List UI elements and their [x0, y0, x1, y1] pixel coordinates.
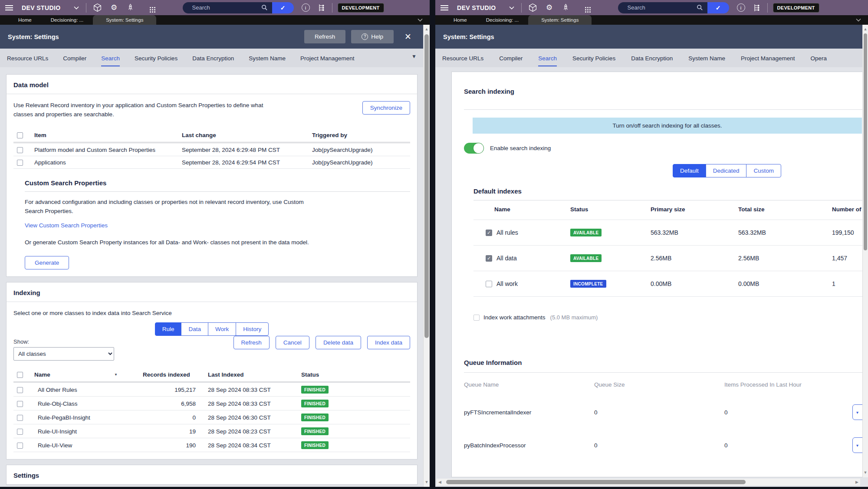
cancel-button[interactable]: Cancel — [276, 336, 309, 349]
nav-tab-resource-urls[interactable]: Resource URLs — [7, 49, 48, 66]
column-header: Records indexed — [143, 368, 208, 382]
row-checkbox[interactable] — [17, 160, 23, 166]
row-checkbox[interactable] — [17, 415, 23, 421]
filter-icon[interactable]: ▼ — [114, 373, 118, 377]
search-input[interactable] — [192, 4, 261, 11]
nav-overflow-caret-icon[interactable]: ▼ — [411, 53, 417, 59]
nav-tab-security-policies[interactable]: Security Policies — [572, 49, 615, 66]
data-model-card: Data model Use Relevant Record inventory… — [6, 74, 418, 277]
scroll-down-arrow[interactable]: ▼ — [424, 480, 430, 484]
scroll-left-arrow[interactable]: ◀ — [438, 480, 441, 484]
tab-overflow-chevron-icon[interactable] — [418, 18, 423, 22]
tab-home[interactable]: Home — [444, 15, 477, 25]
info-icon[interactable]: i — [302, 3, 310, 12]
scrollbar-thumb[interactable] — [424, 34, 429, 338]
refresh-button[interactable]: Refresh — [304, 30, 345, 43]
row-checkbox[interactable] — [17, 429, 23, 435]
rocket-launch-icon[interactable] — [561, 3, 571, 13]
segment-work[interactable]: Work — [208, 322, 236, 336]
table-row: All work INCOMPLETE 0.00MB 0.00MB 1 — [473, 271, 868, 297]
default-indexes-table: Name Status Primary size Total size Numb… — [473, 200, 868, 297]
nav-tab-operations-truncated[interactable]: Opera — [811, 49, 827, 66]
nav-tab-search[interactable]: Search — [538, 49, 557, 66]
studio-switcher-chevron-icon[interactable] — [74, 6, 79, 10]
app-grid-icon[interactable] — [145, 3, 156, 13]
section-title: Search indexing — [464, 88, 868, 95]
search-submit-button[interactable]: ✓ — [272, 2, 294, 13]
environment-badge: DEVELOPMENT — [773, 3, 819, 13]
nav-tab-security-policies[interactable]: Security Policies — [135, 49, 178, 66]
tab-overflow-chevron-icon[interactable] — [856, 18, 861, 22]
segment-custom[interactable]: Custom — [746, 164, 781, 177]
scrollbar-thumb[interactable] — [446, 480, 746, 484]
tab-decisioning[interactable]: Decisioning: ... — [41, 15, 93, 25]
global-search: ✓ — [183, 2, 294, 13]
refresh-index-button[interactable]: Refresh — [233, 336, 270, 349]
row-checkbox[interactable] — [486, 281, 492, 287]
synchronize-button[interactable]: Synchronize — [362, 101, 410, 115]
integration-branch-icon[interactable] — [318, 4, 325, 12]
nav-tab-search[interactable]: Search — [101, 49, 120, 66]
header-separator — [767, 3, 768, 13]
segment-data[interactable]: Data — [181, 322, 208, 336]
hamburger-menu-icon[interactable] — [5, 4, 13, 12]
show-classes-select[interactable]: All classes — [13, 347, 114, 361]
scroll-down-arrow[interactable]: ▼ — [863, 470, 868, 475]
search-submit-button[interactable]: ✓ — [707, 2, 729, 13]
nav-tab-project-management[interactable]: Project Management — [741, 49, 795, 66]
tab-decisioning[interactable]: Decisioning: ... — [477, 15, 528, 25]
status-badge: FINISHED — [301, 414, 329, 421]
search-input[interactable] — [628, 4, 697, 11]
view-custom-search-properties-link[interactable]: View Custom Search Properties — [25, 222, 108, 229]
column-header: Triggered by — [312, 128, 410, 143]
table-row: ✓All data AVAILABLE 2.56MB 2.56MB 1,457 — [473, 246, 868, 271]
app-grid-icon[interactable] — [581, 3, 591, 13]
delete-data-button[interactable]: Delete data — [316, 336, 361, 349]
segment-dedicated[interactable]: Dedicated — [706, 164, 747, 177]
hamburger-menu-icon[interactable] — [441, 4, 448, 12]
row-checkbox[interactable] — [17, 401, 23, 407]
scroll-up-arrow[interactable]: ▲ — [424, 27, 430, 31]
segment-rule[interactable]: Rule — [155, 322, 182, 336]
row-checkbox[interactable]: ✓ — [486, 255, 492, 262]
nav-tab-system-name[interactable]: System Name — [249, 49, 286, 66]
tab-home[interactable]: Home — [9, 15, 41, 25]
scroll-right-arrow[interactable]: ▶ — [855, 480, 858, 484]
nav-tab-compiler[interactable]: Compiler — [63, 49, 86, 66]
studio-switcher-chevron-icon[interactable] — [509, 6, 514, 10]
table-row: Rule-UI-Insight 19 28 Sep 2024 08:23 CST… — [13, 424, 410, 438]
gear-icon[interactable]: ⚙ — [544, 3, 555, 13]
nav-tab-system-name[interactable]: System Name — [688, 49, 725, 66]
subsection-title: Custom Search Properties — [25, 179, 410, 192]
tab-system-settings[interactable]: System: Settings — [528, 15, 592, 25]
tab-system-settings[interactable]: System: Settings — [93, 15, 156, 25]
select-all-checkbox[interactable] — [17, 132, 23, 138]
index-data-button[interactable]: Index data — [367, 336, 410, 349]
row-checkbox[interactable] — [17, 147, 23, 153]
scrollbar-thumb[interactable] — [864, 33, 867, 250]
enable-search-indexing-toggle[interactable] — [464, 143, 484, 154]
row-checkbox[interactable] — [17, 443, 23, 449]
rocket-launch-icon[interactable] — [125, 3, 136, 13]
index-work-attachments-checkbox[interactable] — [473, 315, 480, 321]
help-button[interactable]: ? Help — [351, 30, 394, 43]
generate-button[interactable]: Generate — [25, 256, 69, 269]
nav-tab-data-encryption[interactable]: Data Encryption — [192, 49, 234, 66]
nav-tab-project-management[interactable]: Project Management — [300, 49, 355, 66]
select-all-checkbox[interactable] — [17, 372, 23, 378]
row-checkbox[interactable]: ✓ — [486, 230, 492, 236]
app-title: DEV STUDIO — [457, 4, 496, 11]
resources-cube-icon[interactable] — [92, 3, 103, 13]
nav-tab-resource-urls[interactable]: Resource URLs — [442, 49, 483, 66]
info-icon[interactable]: i — [737, 3, 745, 12]
row-checkbox[interactable] — [17, 387, 23, 393]
integration-branch-icon[interactable] — [753, 4, 760, 12]
gear-icon[interactable]: ⚙ — [109, 3, 119, 13]
segment-default[interactable]: Default — [673, 164, 706, 177]
nav-tab-compiler[interactable]: Compiler — [499, 49, 523, 66]
nav-tab-data-encryption[interactable]: Data Encryption — [631, 49, 673, 66]
segment-history[interactable]: History — [236, 322, 269, 336]
scroll-up-arrow[interactable]: ▲ — [863, 27, 868, 31]
close-icon[interactable]: ✕ — [404, 32, 411, 42]
resources-cube-icon[interactable] — [528, 3, 538, 13]
